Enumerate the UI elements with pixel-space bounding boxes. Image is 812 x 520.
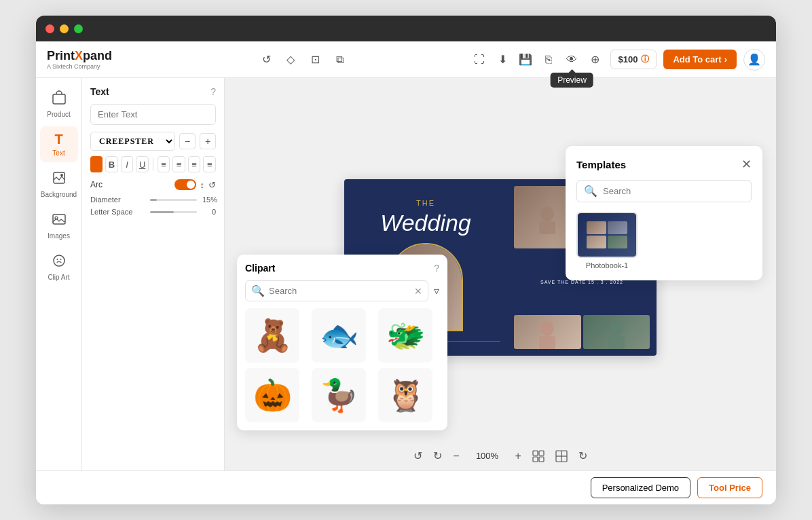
color-swatch[interactable] xyxy=(90,156,103,172)
clipart-item-pumpkin-witch[interactable]: 🎃 xyxy=(245,368,299,422)
clipart-dragon-icon: 🐲 xyxy=(386,317,425,354)
templates-close-button[interactable]: ✕ xyxy=(741,157,752,172)
tool-price-button[interactable]: Tool Price xyxy=(697,477,762,498)
zoom-out-button[interactable]: − xyxy=(453,450,459,462)
letter-space-slider[interactable] xyxy=(150,211,197,213)
templates-header: Templates ✕ xyxy=(576,157,752,172)
align-right-button[interactable]: ≡ xyxy=(188,156,201,172)
text-icon: T xyxy=(54,132,62,147)
product-icon xyxy=(52,90,67,109)
logo-subtitle: A Sixtech Company xyxy=(47,63,135,70)
photo-thumb-3 xyxy=(514,315,581,349)
traffic-light-red[interactable] xyxy=(45,24,54,33)
font-size-decrease-button[interactable]: − xyxy=(179,133,196,149)
images-icon xyxy=(52,212,67,230)
font-size-increase-button[interactable]: + xyxy=(200,133,216,149)
clipart-panel: Clipart ? 🔍 ✕ ▿ 🧸 xyxy=(237,255,447,430)
balance-button[interactable]: $100 ⓘ xyxy=(610,50,657,69)
clipart-filter-icon[interactable]: ▿ xyxy=(434,284,439,297)
svg-rect-21 xyxy=(539,457,544,462)
user-menu-button[interactable]: 👤 xyxy=(743,49,765,71)
clipart-item-dragon[interactable]: 🐲 xyxy=(378,308,432,363)
refresh-canvas-button[interactable]: ↻ xyxy=(578,449,587,462)
save-icon[interactable]: 💾 xyxy=(517,51,534,69)
book-wedding-text: Wedding xyxy=(380,210,471,236)
clipart-search-icon: 🔍 xyxy=(251,284,265,297)
text-input-field[interactable] xyxy=(90,104,216,125)
clipart-search-row: 🔍 ✕ ▿ xyxy=(245,280,439,301)
sidebar-item-images[interactable]: Images xyxy=(40,206,78,245)
clipart-item-bear-elf[interactable]: 🧸 xyxy=(245,308,299,363)
align-justify-button[interactable]: ≡ xyxy=(203,156,216,172)
sidebar-item-text[interactable]: T Text xyxy=(40,126,78,162)
clipart-clear-button[interactable]: ✕ xyxy=(414,286,422,297)
align-left-button[interactable]: ≡ xyxy=(158,156,170,172)
clipart-help-icon[interactable]: ? xyxy=(434,263,439,274)
redo-canvas-button[interactable]: ↻ xyxy=(433,449,442,462)
zoom-in-button[interactable]: + xyxy=(515,450,521,462)
more-icon[interactable]: ⊕ xyxy=(586,51,604,69)
clipart-item-fish[interactable]: 🐟 xyxy=(312,308,366,363)
undo-icon[interactable]: ↺ xyxy=(257,51,275,69)
download-icon[interactable]: ⬇ xyxy=(494,51,511,69)
svg-point-5 xyxy=(54,255,64,266)
diameter-value: 15% xyxy=(202,196,216,204)
clipart-fish-icon: 🐟 xyxy=(320,317,358,354)
copy-icon[interactable]: ⧉ xyxy=(331,51,348,69)
preview-icon[interactable]: 👁 Preview xyxy=(563,51,580,69)
svg-rect-18 xyxy=(533,451,538,456)
zoom-level-display: 100% xyxy=(470,451,504,461)
clipart-item-duck[interactable]: 🦆 xyxy=(312,368,366,422)
main-layout: Product T Text Background xyxy=(36,78,776,470)
bold-button[interactable]: B xyxy=(105,156,118,172)
sidebar-label-text: Text xyxy=(52,149,64,157)
header-right-icons: ⛶ ⬇ 💾 ⎘ 👁 Preview ⊕ xyxy=(470,51,604,69)
sidebar-label-images: Images xyxy=(48,232,70,240)
diameter-slider-row: Diameter 15% xyxy=(90,196,216,204)
arc-toggle[interactable] xyxy=(174,179,196,190)
format-separator xyxy=(153,157,153,171)
add-to-cart-button[interactable]: Add To cart › xyxy=(663,50,737,69)
arc-controls: ↕ ↺ xyxy=(174,179,217,190)
sidebar-item-clipart[interactable]: Clip Art xyxy=(40,248,78,286)
grid-view-button[interactable] xyxy=(532,450,545,462)
traffic-light-green[interactable] xyxy=(74,24,83,33)
diameter-slider[interactable] xyxy=(150,199,197,201)
clipart-search-input[interactable] xyxy=(269,286,410,296)
templates-search-input[interactable] xyxy=(603,186,744,196)
templates-search-icon: 🔍 xyxy=(584,185,597,198)
svg-point-14 xyxy=(540,321,554,336)
shape-icon[interactable]: ◇ xyxy=(282,51,299,69)
arc-reset-icon[interactable]: ↺ xyxy=(208,180,216,190)
svg-rect-0 xyxy=(53,94,65,104)
table-view-button[interactable] xyxy=(555,450,568,462)
align-center-button[interactable]: ≡ xyxy=(172,156,185,172)
format-row: B I U ≡ ≡ ≡ ≡ xyxy=(90,156,216,172)
header-center-tools: ↺ ◇ ⊡ ⧉ xyxy=(143,51,462,69)
clipart-pumpkin-witch-icon: 🎃 xyxy=(253,377,292,413)
undo-canvas-button[interactable]: ↺ xyxy=(413,449,422,462)
template-item-photobook-1[interactable]: Photobook-1 xyxy=(576,212,638,270)
sidebar-item-background[interactable]: Background xyxy=(40,165,78,204)
tp-photo-1 xyxy=(587,221,606,234)
arc-reverse-icon[interactable]: ↕ xyxy=(200,180,205,190)
personalized-demo-button[interactable]: Personalized Demo xyxy=(591,477,690,498)
template-name-photobook-1: Photobook-1 xyxy=(586,261,628,270)
letter-space-label: Letter Space xyxy=(90,208,145,216)
templates-panel: Templates ✕ 🔍 xyxy=(566,146,762,280)
clipart-item-owl[interactable]: 🦉 xyxy=(378,368,432,422)
image-icon[interactable]: ⊡ xyxy=(306,51,324,69)
font-select[interactable]: CREEPSTER xyxy=(90,132,175,151)
arc-toggle-knob xyxy=(187,181,195,189)
svg-rect-3 xyxy=(53,215,65,224)
svg-point-16 xyxy=(610,321,623,336)
footer-bar: Personalized Demo Tool Price xyxy=(36,470,776,504)
expand-icon[interactable]: ⛶ xyxy=(470,51,488,69)
italic-button[interactable]: I xyxy=(121,156,134,172)
sidebar-item-product[interactable]: Product xyxy=(40,85,78,124)
share-icon[interactable]: ⎘ xyxy=(540,51,557,69)
traffic-light-yellow[interactable] xyxy=(60,24,69,33)
templates-search-wrap: 🔍 xyxy=(576,180,752,202)
text-panel-help-icon[interactable]: ? xyxy=(210,86,216,97)
underline-button[interactable]: U xyxy=(136,156,149,172)
